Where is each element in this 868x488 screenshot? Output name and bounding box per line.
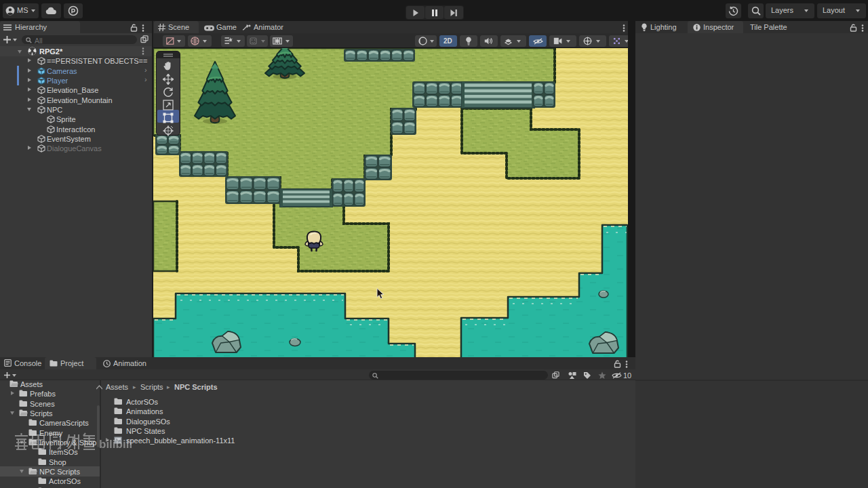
svg-text:bilibili: bilibili: [99, 438, 132, 451]
